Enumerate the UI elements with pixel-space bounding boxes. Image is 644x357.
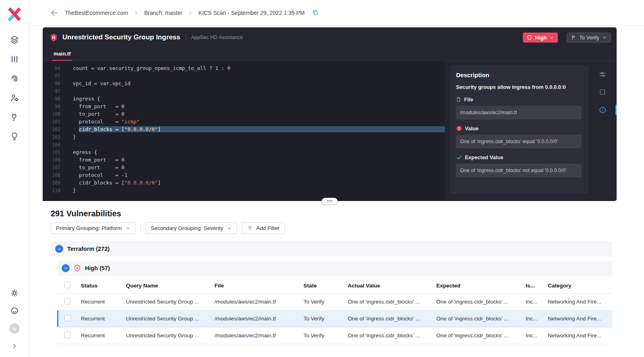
line-number: 101 xyxy=(43,119,61,125)
column-header[interactable]: Query Name xyxy=(126,283,215,289)
platform-group-label: Terraform (272) xyxy=(67,246,109,252)
select-all-checkbox[interactable] xyxy=(64,282,71,288)
checkmarx-logo[interactable] xyxy=(6,6,23,23)
table-row[interactable]: RecurrentUnrestricted Security Group ...… xyxy=(57,327,612,344)
description-summary: Security groups allow ingress from 0.0.0… xyxy=(456,84,582,90)
cell-expected: One of 'ingress.cidr_blocks' ... xyxy=(436,332,526,339)
chevron-down-icon xyxy=(126,226,130,231)
breadcrumb-item-project[interactable]: TheBestEcommerce.com xyxy=(65,10,128,16)
lightbulb-icon xyxy=(10,131,19,141)
code-line[interactable]: 110 } xyxy=(43,187,445,194)
file-path-field[interactable]: /modules/aws/ec2/main.tf xyxy=(456,106,582,119)
high-severity-shield-icon: H xyxy=(49,33,58,42)
severity-dropdown[interactable]: High xyxy=(523,33,558,43)
code-line[interactable]: 105 egress { xyxy=(43,148,445,156)
code-text: to_port = 0 xyxy=(79,111,128,117)
cell-actual_value: One of 'ingress.cidr_blocks' ... xyxy=(348,332,436,339)
secondary-grouping-dropdown[interactable]: Secondary Grouping: Severity xyxy=(146,222,237,234)
code-text: to_port = 0 xyxy=(79,164,128,170)
secondary-grouping-label: Secondary Grouping: Severity xyxy=(151,225,223,231)
code-line[interactable]: 101 protocol = "icmp" xyxy=(43,118,445,125)
row-checkbox[interactable] xyxy=(64,315,71,321)
resize-handle[interactable] xyxy=(322,198,338,205)
info-icon[interactable] xyxy=(588,104,617,116)
line-number: 109 xyxy=(43,180,61,186)
notes-icon[interactable] xyxy=(588,86,617,98)
code-text: ingress { xyxy=(73,96,103,102)
line-number: 95 xyxy=(43,73,61,79)
code-text: } xyxy=(73,187,79,193)
breadcrumb: TheBestEcommerce.com Branch: master KICS… xyxy=(29,0,644,26)
expected-value-field[interactable]: One of 'ingress.cidr_blocks' not equal '… xyxy=(456,164,582,177)
code-line[interactable]: 108 protocol = -1 xyxy=(43,171,445,179)
column-header[interactable]: Actual Value xyxy=(348,283,436,289)
sidebar-item-integrations[interactable] xyxy=(9,112,20,122)
cell-status: Recurrent xyxy=(81,316,126,322)
alert-circle-icon xyxy=(456,125,462,131)
code-editor[interactable]: 94 count = var.security_group_opens_icmp… xyxy=(43,61,445,201)
severity-group-label: High (57) xyxy=(85,265,110,271)
row-checkbox[interactable] xyxy=(64,298,71,304)
breadcrumb-item-branch[interactable]: Branch: master xyxy=(144,10,182,16)
sidebar-item-fingerprint[interactable] xyxy=(9,73,20,84)
primary-grouping-dropdown[interactable]: Primary Grouping: Platform xyxy=(51,222,136,234)
code-line[interactable]: 109 cidr_blocks = ["0.0.0.0/0"] xyxy=(43,179,445,187)
sidebar-item-settings[interactable] xyxy=(9,288,20,298)
code-line[interactable]: 103 } xyxy=(43,133,445,141)
sidebar-item-layers[interactable] xyxy=(9,35,20,45)
cell-query_name: Unrestricted Security Group ... xyxy=(126,316,215,322)
line-number: 105 xyxy=(43,150,61,155)
shield-icon xyxy=(527,35,532,40)
column-header[interactable]: Status xyxy=(81,283,126,289)
code-line[interactable]: 96 vpc_id = var.vpc_id xyxy=(43,80,445,87)
back-button[interactable] xyxy=(50,8,59,18)
severity-group-row[interactable]: H High (57) xyxy=(57,261,612,276)
code-line[interactable]: 107 to_port = 0 xyxy=(43,164,445,171)
table-row[interactable]: RecurrentUnrestricted Security Group ...… xyxy=(57,310,612,327)
breadcrumb-item-scan[interactable]: KICS Scan - September 29, 2022 1:35 PM xyxy=(198,10,305,16)
cell-query_name: Unrestricted Security Group ... xyxy=(126,332,215,339)
vuln-table-header: StatusQuery NameFileStateActual ValueExp… xyxy=(57,278,612,293)
severity-label: High xyxy=(535,35,547,41)
column-header[interactable]: Expected xyxy=(436,283,526,289)
row-checkbox[interactable] xyxy=(64,332,71,338)
remediation-icon[interactable] xyxy=(588,68,617,80)
code-line[interactable]: 95 xyxy=(43,72,445,80)
table-row[interactable]: RecurrentUnrestricted Security Group ...… xyxy=(57,293,612,310)
collapse-chevron-icon[interactable] xyxy=(62,264,70,272)
column-header[interactable]: Category xyxy=(548,283,612,289)
chevron-right-icon xyxy=(134,10,138,15)
finding-title: Unrestricted Security Group Ingress xyxy=(62,33,180,41)
column-header[interactable]: State xyxy=(303,283,348,289)
code-line[interactable]: 94 count = var.security_group_opens_icmp… xyxy=(43,64,445,72)
collapse-chevron-icon[interactable] xyxy=(55,245,63,253)
code-line[interactable]: 102 cidr_blocks = ["0.0.0.0/0"] xyxy=(43,125,445,133)
code-line[interactable]: 104 xyxy=(43,141,445,148)
chevron-right-icon xyxy=(11,343,18,350)
actual-value-field[interactable]: One of 'ingress.cidr_blocks' equal '0.0.… xyxy=(456,135,582,148)
code-line[interactable]: 106 from_port = 0 xyxy=(43,156,445,164)
sidebar-item-insights[interactable] xyxy=(9,131,20,142)
cell-query_name: Unrestricted Security Group ... xyxy=(126,299,215,305)
sidebar-item-columns[interactable] xyxy=(9,54,20,64)
code-line[interactable]: 99 from_port = 0 xyxy=(43,103,445,110)
code-line[interactable]: 98 ingress { xyxy=(43,95,445,103)
column-header[interactable]: Is... xyxy=(526,283,548,289)
vulnerabilities-table: StatusQuery NameFileStateActual ValueExp… xyxy=(57,278,612,344)
code-text: from_port = 0 xyxy=(79,157,128,163)
sidebar-item-users[interactable] xyxy=(9,92,20,103)
tab-main-tf[interactable]: main.tf xyxy=(52,51,72,61)
column-header[interactable]: File xyxy=(215,283,303,289)
state-dropdown[interactable]: To Verify xyxy=(567,33,611,43)
user-avatar[interactable]: o xyxy=(9,323,20,334)
copy-icon[interactable] xyxy=(312,9,319,16)
sidebar-expand-button[interactable] xyxy=(9,341,20,351)
layers-icon xyxy=(10,35,19,45)
platform-group-row[interactable]: Terraform (272) xyxy=(51,241,612,256)
cell-expected: One of 'ingress.cidr_blocks' ... xyxy=(436,316,526,322)
svg-text:H: H xyxy=(76,267,78,270)
code-line[interactable]: 100 to_port = 0 xyxy=(43,110,445,118)
sidebar-item-assistant[interactable] xyxy=(9,306,20,316)
add-filter-button[interactable]: Add Filter xyxy=(242,222,285,234)
code-line[interactable]: 97 xyxy=(43,87,445,95)
